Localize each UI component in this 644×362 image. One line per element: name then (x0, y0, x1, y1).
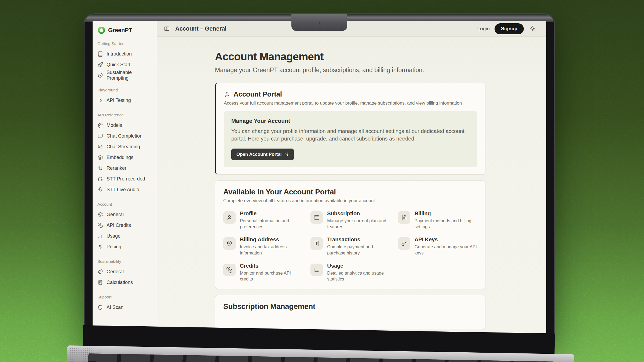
sidebar-item-label: STT Pre-recorded (107, 176, 145, 182)
feature-title: Transactions (327, 237, 390, 243)
portal-feature-usage: UsageDetailed analytics and usage statis… (310, 263, 390, 282)
sidebar-item-label: General (107, 269, 124, 275)
sidebar: GreenPT Getting StartedIntroductionQuick… (93, 21, 157, 336)
coins-icon (97, 223, 103, 228)
app-logo[interactable]: GreenPT (93, 21, 157, 36)
layers-icon (97, 155, 103, 160)
laptop-notch (291, 14, 347, 31)
sidebar-item-label: Usage (107, 233, 120, 239)
user-icon (223, 211, 236, 224)
message-icon (97, 133, 103, 139)
theme-toggle-sun-icon[interactable] (530, 26, 536, 32)
sidebar-item-label: Pricing (107, 244, 121, 250)
open-account-portal-button[interactable]: Open Account Portal (231, 149, 294, 160)
sidebar-section-label: Playground (97, 88, 152, 92)
sidebar-item-usage[interactable]: Usage (97, 231, 152, 241)
button-label: Open Account Portal (236, 152, 281, 157)
sidebar-item-pricing[interactable]: Pricing (97, 241, 152, 252)
card-title: Subscription Management (223, 302, 477, 311)
laptop-camera (318, 21, 321, 24)
broadcast-icon (97, 144, 103, 150)
sidebar-item-label: Reranker (107, 165, 126, 171)
sidebar-item-label: Sustainable Prompting (107, 70, 152, 81)
calculator-icon (97, 280, 103, 285)
sidebar-item-label: Introduction (107, 51, 132, 57)
headphones-icon (97, 176, 103, 182)
feature-description: Invoice and tax address information (240, 244, 302, 256)
portal-features-grid: ProfilePersonal information and preferen… (223, 210, 477, 282)
portal-feature-subscription: SubscriptionManage your current plan and… (310, 210, 390, 230)
sidebar-item-stt-pre-recorded[interactable]: STT Pre-recorded (97, 173, 152, 184)
panel-title: Manage Your Account (231, 118, 470, 124)
leaf-icon (97, 73, 103, 78)
receipt-icon (310, 237, 323, 250)
sidebar-item-chat-streaming[interactable]: Chat Streaming (97, 141, 152, 152)
sidebar-item-label: Embeddings (107, 155, 133, 160)
card-title: Account Portal (233, 90, 282, 98)
dollar-icon (97, 244, 103, 250)
sidebar-item-ai-scan[interactable]: AI Scan (97, 302, 152, 313)
bars-icon (97, 233, 103, 239)
card-subtitle: Complete overview of all features and in… (223, 198, 477, 204)
manage-account-panel: Manage Your Account You can change your … (224, 111, 477, 167)
laptop-screen: GreenPT Getting StartedIntroductionQuick… (84, 13, 555, 341)
sidebar-item-introduction[interactable]: Introduction (97, 49, 152, 59)
sidebar-item-api-credits[interactable]: API Credits (97, 220, 152, 231)
sidebar-item-general[interactable]: General (97, 209, 152, 220)
app-window: GreenPT Getting StartedIntroductionQuick… (93, 21, 546, 336)
map-pin-icon (223, 237, 236, 250)
panel-body: You can change your profile information … (231, 127, 470, 143)
sidebar-item-reranker[interactable]: Reranker (97, 163, 152, 173)
page-content: Account Management Manage your GreenPT a… (157, 37, 546, 336)
sidebar-item-label: AI Scan (107, 305, 123, 310)
key-icon (398, 237, 410, 250)
portal-features-card: Available in Your Account Portal Complet… (215, 180, 485, 289)
microphone-icon (97, 187, 103, 193)
chart-icon (310, 264, 323, 276)
sidebar-item-chat-completion[interactable]: Chat Completion (97, 131, 152, 141)
feature-title: Profile (240, 210, 302, 217)
sidebar-item-label: Chat Completion (107, 133, 142, 139)
sidebar-item-stt-live-audio[interactable]: STT Live Audio (97, 184, 152, 195)
invoice-icon (398, 211, 410, 224)
sidebar-item-label: Quick Start (107, 62, 130, 68)
sidebar-item-label: Chat Streaming (107, 144, 140, 150)
external-link-icon (284, 152, 289, 157)
sidebar-section-label: API Reference (97, 113, 152, 117)
feature-description: Monitor and purchase API credits (240, 270, 302, 282)
sidebar-item-label: Calculations (107, 280, 133, 285)
sidebar-item-label: Models (107, 123, 122, 128)
main-area: Account – General Login Signup Account M… (157, 21, 546, 336)
sidebar-item-api-testing[interactable]: API Testing (97, 95, 152, 106)
portal-feature-billing-address: Billing AddressInvoice and tax address i… (223, 237, 302, 256)
sort-icon (97, 165, 103, 171)
sidebar-nav: Getting StartedIntroductionQuick StartSu… (93, 36, 157, 313)
portal-feature-profile: ProfilePersonal information and preferen… (223, 210, 302, 230)
sidebar-item-models[interactable]: Models (97, 120, 152, 131)
book-icon (97, 51, 103, 57)
desktop-background: { "app": { "colors": { "accent_green": "… (0, 0, 644, 362)
sidebar-item-embeddings[interactable]: Embeddings (97, 152, 152, 163)
credit-card-icon (310, 211, 323, 224)
sidebar-toggle-icon[interactable] (164, 26, 170, 32)
user-icon (224, 91, 230, 98)
signup-button[interactable]: Signup (495, 23, 524, 34)
sidebar-section-label: Getting Started (97, 41, 152, 46)
feature-description: Detailed analytics and usage statistics (327, 270, 390, 282)
sidebar-section-label: Sustainability (97, 259, 152, 264)
play-icon (97, 98, 103, 103)
sidebar-item-general[interactable]: General (97, 266, 152, 277)
sidebar-item-quick-start[interactable]: Quick Start (97, 59, 152, 70)
feature-title: Subscription (327, 210, 390, 217)
sidebar-item-sustainable-prompting[interactable]: Sustainable Prompting (97, 70, 152, 81)
feature-description: Personal information and preferences (240, 218, 302, 230)
sidebar-item-label: STT Live Audio (107, 187, 139, 193)
logo-text: GreenPT (108, 27, 132, 34)
gear-icon (97, 212, 103, 217)
chip-icon (97, 123, 103, 128)
sidebar-item-calculations[interactable]: Calculations (97, 277, 152, 288)
breadcrumb: Account – General (175, 25, 226, 32)
feature-description: Complete payment and purchase history (327, 244, 390, 256)
portal-feature-billing: BillingPayment methods and billing setti… (398, 210, 477, 230)
login-link[interactable]: Login (477, 26, 490, 32)
